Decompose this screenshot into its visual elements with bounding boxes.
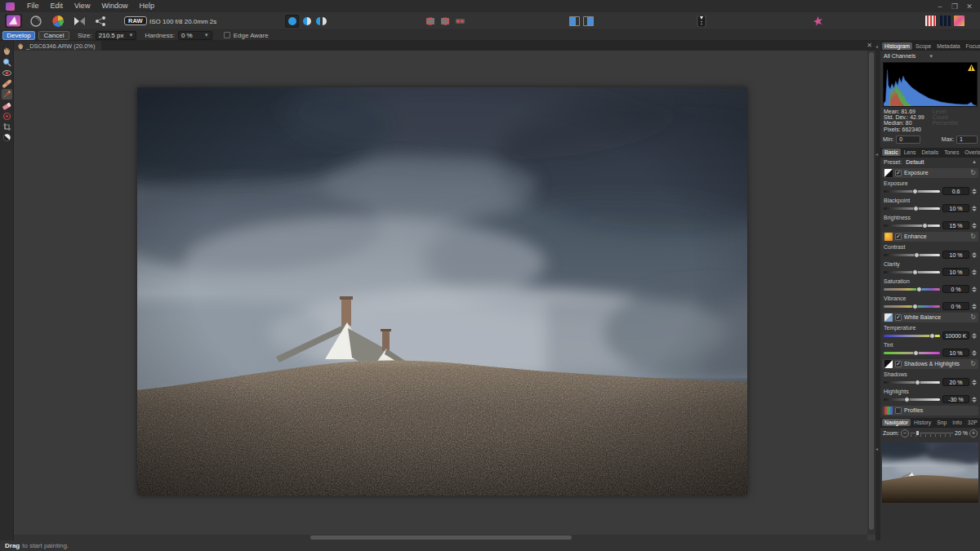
group-checkbox[interactable]: ✓ <box>895 233 902 240</box>
menu-edit[interactable]: Edit <box>45 0 69 12</box>
single-view-icon[interactable] <box>285 15 299 28</box>
slider-thumb[interactable] <box>913 206 919 211</box>
max-input[interactable]: 1 <box>956 136 978 144</box>
group-checkbox[interactable]: ✓ <box>895 361 902 367</box>
reset-icon[interactable]: ↻ <box>970 313 976 321</box>
group-checkbox[interactable] <box>895 407 902 414</box>
shadows-value[interactable]: 20 % <box>942 378 969 386</box>
cancel-button[interactable]: Cancel <box>38 31 69 40</box>
develop-persona-icon[interactable] <box>51 15 65 28</box>
tab-tones[interactable]: Tones <box>942 149 961 156</box>
flip-horizontal-icon[interactable] <box>455 16 466 26</box>
tab-metadata[interactable]: Metadata <box>934 42 962 50</box>
clip-warning-icon[interactable] <box>968 64 975 71</box>
brightness-value[interactable]: 15 % <box>942 221 969 229</box>
slider-thumb[interactable] <box>929 333 935 339</box>
reset-icon[interactable]: ↻ <box>970 169 976 176</box>
tone-mapping-persona-icon[interactable] <box>74 16 86 26</box>
hardness-input[interactable]: 0 %▼ <box>178 31 212 40</box>
show-after-icon[interactable] <box>583 16 594 27</box>
navigator-thumbnail[interactable] <box>882 442 978 503</box>
menu-file[interactable]: File <box>21 0 45 12</box>
collapse-arrow-icon[interactable]: ◂ <box>875 151 878 157</box>
stepper-icon[interactable] <box>972 269 977 275</box>
collapse-arrow-icon[interactable]: ◂ <box>875 43 878 49</box>
highlights-value[interactable]: -30 % <box>942 395 969 403</box>
rotate-left-icon[interactable] <box>425 16 435 26</box>
slider-thumb[interactable] <box>913 350 919 356</box>
view-close-icon[interactable]: ✕ <box>866 41 872 51</box>
tab-lens[interactable]: Lens <box>902 149 919 156</box>
tab-32p[interactable]: 32P <box>965 419 980 426</box>
overlay-paint-tool[interactable] <box>2 89 12 100</box>
tab-basic[interactable]: Basic <box>882 149 901 156</box>
menu-window[interactable]: Window <box>96 0 133 12</box>
tool-indicator-icon[interactable] <box>813 16 823 26</box>
show-before-icon[interactable] <box>569 16 580 27</box>
maximize-button[interactable]: ❐ <box>949 2 960 11</box>
canvas-area[interactable] <box>14 51 867 535</box>
red-eye-removal-tool[interactable] <box>2 68 12 78</box>
vibrance-slider[interactable] <box>884 305 940 308</box>
zoom-tool[interactable] <box>2 57 12 68</box>
close-button[interactable]: ✕ <box>964 2 975 11</box>
slider-thumb[interactable] <box>915 380 920 385</box>
slider-thumb[interactable] <box>922 223 928 229</box>
tab-scope[interactable]: Scope <box>913 42 933 50</box>
tab-info[interactable]: Info <box>950 419 964 426</box>
assistant-icon[interactable] <box>697 16 706 27</box>
horizontal-scrollbar[interactable] <box>14 535 867 540</box>
exposure-slider[interactable] <box>884 190 940 193</box>
slider-thumb[interactable] <box>904 397 910 402</box>
contrast-slider[interactable] <box>884 254 940 256</box>
liquify-persona-icon[interactable] <box>30 16 42 27</box>
stepper-icon[interactable] <box>972 350 977 356</box>
mirror-view-icon[interactable] <box>314 15 328 28</box>
tab-overlays[interactable]: Overlays <box>962 149 980 156</box>
slider-thumb[interactable] <box>912 304 918 309</box>
highlights-slider[interactable] <box>884 398 940 401</box>
slider-thumb[interactable] <box>912 189 918 194</box>
group-header-white-balance[interactable]: ✓White Balance↻ <box>882 313 978 322</box>
temperature-value[interactable]: 10000 K <box>942 331 969 340</box>
zoom-in-button[interactable]: + <box>969 429 978 438</box>
overlay-gradient-tool[interactable] <box>2 132 12 143</box>
tab-histogram[interactable]: Histogram <box>882 42 912 50</box>
stepper-icon[interactable] <box>972 304 977 309</box>
document-tab[interactable]: _DSC6346.ARW (20.0%) <box>14 41 101 51</box>
develop-button[interactable]: Develop <box>2 31 35 40</box>
photo-persona-icon[interactable] <box>5 14 22 28</box>
tab-navigator[interactable]: Navigator <box>882 419 911 426</box>
vertical-scrollbar[interactable] <box>867 51 875 535</box>
clipped-highlights-icon[interactable] <box>925 16 936 26</box>
stepper-icon[interactable] <box>972 223 977 229</box>
tint-value[interactable]: 10 % <box>942 349 969 357</box>
size-input[interactable]: 210.5 px▼ <box>96 31 137 40</box>
group-checkbox[interactable]: ✓ <box>895 314 902 321</box>
stepper-icon[interactable] <box>972 287 977 292</box>
contrast-value[interactable]: 10 % <box>942 251 969 259</box>
min-input[interactable]: 0 <box>896 136 920 144</box>
clipped-tones-icon[interactable] <box>954 16 964 26</box>
blackpoint-slider[interactable] <box>884 207 940 210</box>
exposure-value[interactable]: 0.6 <box>942 187 969 195</box>
tint-slider[interactable] <box>884 352 940 354</box>
group-header-enhance[interactable]: ✓Enhance↻ <box>882 232 978 242</box>
temperature-slider[interactable] <box>884 335 940 337</box>
reset-icon[interactable]: ↻ <box>970 360 976 367</box>
group-checkbox[interactable]: ✓ <box>895 170 902 176</box>
slider-thumb[interactable] <box>914 252 920 258</box>
slider-thumb[interactable] <box>916 287 922 292</box>
view-tool[interactable] <box>2 46 12 56</box>
split-view-icon[interactable] <box>300 15 314 28</box>
group-header-profiles[interactable]: Profiles <box>882 406 978 415</box>
stepper-icon[interactable] <box>972 252 977 258</box>
collapse-arrow-icon[interactable]: ◂ <box>875 446 878 451</box>
saturation-slider[interactable] <box>884 288 940 291</box>
preset-row[interactable]: Preset: Default ▲ <box>880 158 980 167</box>
tab-history[interactable]: History <box>911 419 933 426</box>
tab-focus[interactable]: Focus <box>964 42 980 50</box>
brightness-slider[interactable] <box>884 224 940 227</box>
menu-view[interactable]: View <box>69 0 96 12</box>
zoom-out-button[interactable]: − <box>901 429 909 438</box>
